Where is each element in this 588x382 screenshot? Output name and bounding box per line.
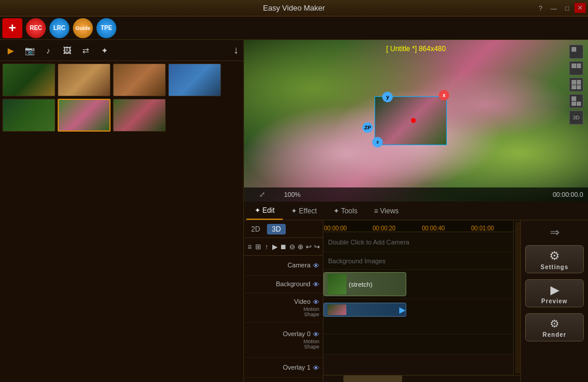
- video-eye-toggle[interactable]: 👁: [313, 299, 319, 306]
- tl-redo-btn[interactable]: ↪: [314, 240, 320, 253]
- help-button[interactable]: ?: [536, 4, 545, 13]
- tl-add-btn[interactable]: ⊞: [255, 240, 261, 253]
- timeline-ruler: 00:00:00 00:00:20 00:00:40 00:01:00: [323, 220, 520, 232]
- preview-button[interactable]: ▶ Preview: [525, 279, 584, 307]
- thumbnail-7[interactable]: [113, 99, 166, 132]
- layout-2x2[interactable]: [569, 78, 583, 92]
- thumbnail-4[interactable]: [168, 63, 221, 96]
- main-toolbar: + REC LRC Guide TPE: [0, 16, 588, 40]
- layout-3d[interactable]: 3D: [569, 110, 583, 125]
- track-label-overlay0: Overlay 0 👁 MotionShape: [244, 323, 323, 358]
- mode-3d[interactable]: 3D: [267, 224, 285, 234]
- ruler-mark-20: 00:00:20: [373, 225, 396, 232]
- image-tab-icon[interactable]: 🖼: [60, 43, 74, 58]
- download-icon[interactable]: ↓: [233, 44, 239, 56]
- preview-project-title: [ Untitle *] 864x480: [244, 45, 588, 53]
- ruler-mark-60: 00:01:00: [471, 225, 494, 232]
- expand-icon[interactable]: ⤢: [244, 190, 265, 199]
- vertical-scrollbar[interactable]: [513, 220, 520, 375]
- tl-undo-btn[interactable]: ↩: [306, 240, 312, 253]
- settings-button[interactable]: ⚙ Settings: [525, 245, 584, 273]
- guide-button[interactable]: Guide: [73, 18, 93, 38]
- layout-custom[interactable]: [569, 94, 583, 108]
- control-point-zp[interactable]: ZP: [362, 122, 373, 133]
- track-overlay0[interactable]: ▶: [323, 299, 520, 334]
- tab-views[interactable]: ≡ Views: [366, 202, 407, 220]
- timeline-scrollbar[interactable]: [323, 375, 520, 382]
- tab-edit[interactable]: ✦ Edit: [246, 202, 283, 220]
- preview-area: T ≡ ≡ ≡ ⊤ # y ZP z x: [244, 40, 588, 202]
- left-panel: ▶ 📷 ♪ 🖼 ⇄ ✦ ↓: [0, 40, 244, 382]
- lrc-button[interactable]: LRC: [49, 18, 69, 38]
- track-label-video: Video 👁 MotionShape: [244, 293, 323, 323]
- minimize-button[interactable]: —: [547, 4, 560, 13]
- tl-menu-btn[interactable]: ≡: [246, 240, 253, 253]
- mode-buttons: 2D 3D: [244, 220, 323, 238]
- scroll-thumb[interactable]: [343, 376, 403, 382]
- music-tab-icon[interactable]: ♪: [41, 43, 55, 58]
- track-label-camera: Camera 👁: [244, 256, 323, 276]
- overlay0-clip-arrow: ▶: [399, 305, 406, 314]
- thumb-row-1: [2, 63, 241, 96]
- overlay0-clip[interactable]: ▶: [323, 303, 406, 317]
- tl-play-btn[interactable]: ▶: [272, 240, 278, 253]
- timeline-left: 2D 3D ≡ ⊞ ↑ ▶ ⏹ ⊖ ⊕ ↩ ↪: [244, 220, 323, 382]
- track-video[interactable]: (stretch): [323, 270, 520, 299]
- preview-image: y ZP z x: [244, 40, 588, 202]
- tab-effect[interactable]: ✦ Effect: [283, 202, 325, 220]
- camera-hint: Double Click to Add Camera: [323, 239, 409, 246]
- preview-label: Preview: [542, 298, 568, 304]
- video-label: Video: [294, 298, 310, 306]
- timeline-right: 00:00:00 00:00:20 00:00:40 00:01:00 Doub…: [323, 220, 520, 382]
- zoom-level: 100%: [268, 191, 300, 198]
- right-panel: T ≡ ≡ ≡ ⊤ # y ZP z x: [244, 40, 588, 382]
- tl-zoom-out-btn[interactable]: ⊖: [289, 240, 295, 253]
- timeline: 2D 3D ≡ ⊞ ↑ ▶ ⏹ ⊖ ⊕ ↩ ↪: [244, 220, 588, 382]
- transition-tab-icon[interactable]: ⇄: [79, 43, 93, 58]
- video-clip-label: (stretch): [349, 281, 372, 288]
- control-point-x[interactable]: x: [439, 90, 449, 100]
- overlay0-eye-toggle[interactable]: 👁: [313, 331, 319, 338]
- close-button[interactable]: ✕: [574, 3, 586, 13]
- overlay0-label: Overlay 0: [283, 330, 310, 338]
- tpe-button[interactable]: TPE: [96, 18, 116, 38]
- track-background[interactable]: Background Images: [323, 252, 520, 270]
- layout-2x1[interactable]: [569, 61, 583, 75]
- track-overlay1[interactable]: [323, 334, 520, 354]
- thumbnail-3[interactable]: [113, 63, 166, 96]
- thumbnail-5[interactable]: [2, 99, 55, 132]
- render-button[interactable]: ⚙ Render: [525, 313, 584, 341]
- layout-icons: 3D: [569, 45, 583, 125]
- maximize-button[interactable]: □: [562, 4, 572, 13]
- thumbnail-1[interactable]: [2, 63, 55, 96]
- overlay1-eye-toggle[interactable]: 👁: [313, 364, 319, 371]
- vertical-scroll-thumb[interactable]: [515, 222, 520, 374]
- thumb-row-2: [2, 99, 241, 132]
- camera-tab-icon[interactable]: 📷: [22, 43, 36, 58]
- rec-button[interactable]: REC: [26, 18, 46, 38]
- scroll-track[interactable]: [323, 376, 520, 382]
- left-toolbar: ▶ 📷 ♪ 🖼 ⇄ ✦ ↓: [0, 40, 243, 61]
- settings-label: Settings: [540, 264, 568, 270]
- overlay-box[interactable]: y ZP z x: [375, 96, 447, 145]
- tl-stop-btn[interactable]: ⏹: [280, 240, 287, 253]
- title-bar: Easy Video Maker ? — □ ✕: [0, 0, 588, 16]
- window-controls[interactable]: ? — □ ✕: [536, 0, 586, 16]
- control-point-z[interactable]: z: [372, 137, 383, 148]
- right-sidebar: ⇒ ⚙ Settings ▶ Preview ⚙ Render: [520, 220, 588, 382]
- sidebar-arrow: ⇒: [550, 225, 560, 239]
- tab-tools[interactable]: ✦ Tools: [325, 202, 366, 220]
- background-eye-toggle[interactable]: 👁: [313, 281, 319, 288]
- tl-up-btn[interactable]: ↑: [263, 240, 270, 253]
- mode-2d[interactable]: 2D: [246, 224, 265, 234]
- preview-status: ⤢ 100% 00:00:00.0: [244, 187, 588, 202]
- video-tab-icon[interactable]: ▶: [4, 43, 18, 58]
- track-camera[interactable]: Double Click to Add Camera: [323, 232, 520, 252]
- add-button[interactable]: +: [2, 18, 22, 38]
- video-clip[interactable]: (stretch): [323, 272, 406, 296]
- plugin-tab-icon[interactable]: ✦: [98, 43, 112, 58]
- camera-eye-toggle[interactable]: 👁: [313, 262, 319, 269]
- thumbnail-2[interactable]: [58, 63, 111, 96]
- tl-zoom-in-btn[interactable]: ⊕: [297, 240, 303, 253]
- thumbnail-6[interactable]: [58, 99, 111, 132]
